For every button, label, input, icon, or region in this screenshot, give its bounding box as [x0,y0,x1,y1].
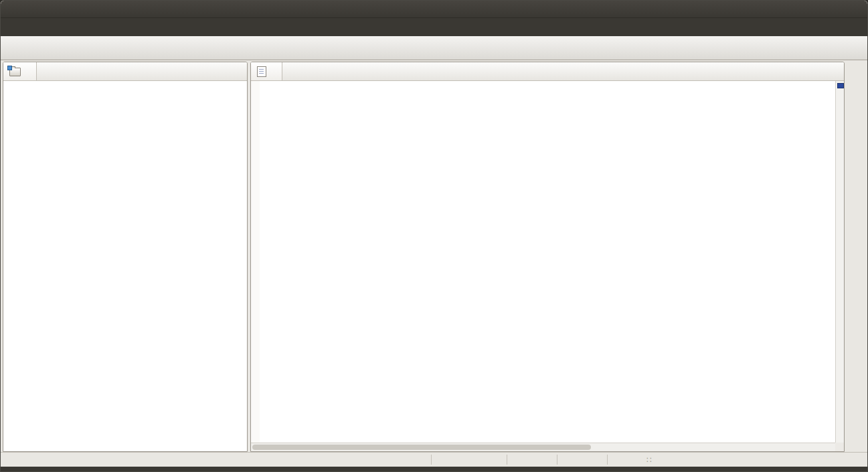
main-area [1,60,867,452]
scrollbar-thumb[interactable] [252,445,591,450]
status-drag-grip[interactable]: ∷ [646,455,653,465]
menu-bar [1,18,867,36]
window-bottom-border [1,467,867,471]
eclipse-window: ∷ [0,0,868,472]
package-explorer-tab[interactable] [3,62,37,80]
package-explorer-panel [3,62,248,452]
editor-panel [250,62,845,452]
writable-status [431,455,507,465]
file-icon [257,66,266,77]
status-separator [607,455,608,465]
title-bar[interactable] [1,1,867,18]
main-toolbar [1,36,867,60]
scroll-corner [835,443,844,451]
overview-ruler[interactable] [835,81,844,443]
caret-position-status [557,455,607,465]
code-lines [251,81,835,443]
insert-mode-status [507,455,557,465]
cursor-line-marker[interactable] [837,83,844,88]
editor-tab-bar [251,62,844,81]
package-explorer-tree [3,81,247,451]
horizontal-scrollbar[interactable] [251,443,835,451]
editor-tab[interactable] [251,62,282,80]
right-trim [845,62,867,452]
code-editor[interactable] [251,81,844,451]
package-explorer-icon [9,68,21,76]
status-bar: ∷ [1,452,867,467]
package-explorer-header [3,62,247,81]
